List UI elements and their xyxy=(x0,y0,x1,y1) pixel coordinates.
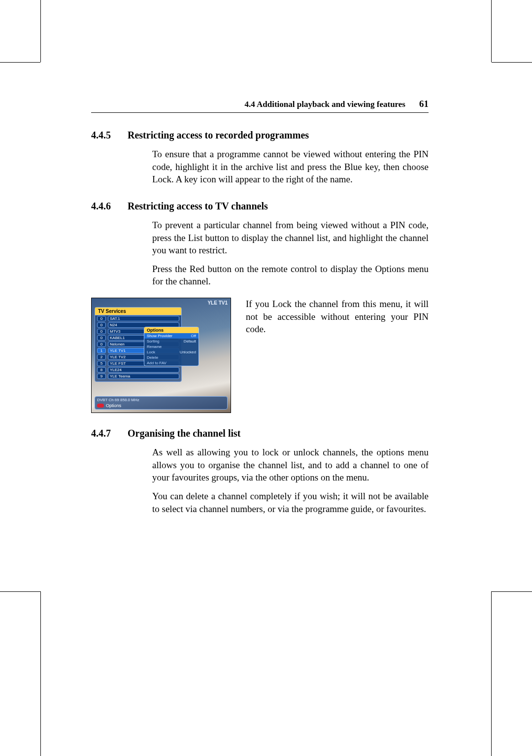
option-label: Rename xyxy=(147,344,162,349)
channel-number: 2 xyxy=(97,354,106,360)
option-row: SortingDefault xyxy=(144,339,199,344)
paragraph: Press the Red button on the remote contr… xyxy=(152,263,429,288)
option-row: LockUnlocked xyxy=(144,349,199,355)
option-label: Delete xyxy=(147,355,158,360)
channel-number: 0 xyxy=(97,316,106,321)
channel-number: 1 xyxy=(97,348,106,353)
section-body-446: To prevent a particular channel from bei… xyxy=(152,219,429,288)
channel-number: 5 xyxy=(97,361,106,366)
option-label: Add to FAV xyxy=(147,361,166,365)
crop-mark xyxy=(491,591,492,756)
page-number: 61 xyxy=(419,99,429,109)
channel-number: 0 xyxy=(97,342,106,347)
option-row: Delete xyxy=(144,355,199,360)
channel-name: YLE Teema xyxy=(108,374,179,379)
option-value: Unlocked xyxy=(180,350,196,354)
section-body-445: To ensure that a programme cannot be vie… xyxy=(152,148,429,186)
channel-list-title: TV Services xyxy=(95,308,181,315)
channel-row: 8YLE24 xyxy=(95,367,181,373)
channel-row: 0SAT.1 xyxy=(95,315,181,322)
paragraph: You can delete a channel completely if y… xyxy=(152,490,429,515)
crop-mark xyxy=(40,591,41,756)
section-body-447: As well as allowing you to lock or unloc… xyxy=(152,446,429,515)
paragraph: To ensure that a programme cannot be vie… xyxy=(152,148,429,186)
options-panel: Options Show ProviderOff SortingDefault … xyxy=(144,327,199,366)
footer-hint: Options xyxy=(97,403,225,408)
channel-number: 0 xyxy=(97,329,106,334)
option-value: Default xyxy=(184,339,196,344)
figure-row: YLE TV1 TV Services 0SAT.1 0N24 0MTV3 0K… xyxy=(91,298,429,413)
crop-mark xyxy=(491,0,492,62)
tuner-info: DVBT Ch 69 858.0 MHz xyxy=(97,398,225,402)
section-heading-447: 4.4.7 Organising the channel list xyxy=(91,428,429,439)
figure-caption-text: If you Lock the channel from this menu, … xyxy=(246,298,429,413)
section-heading-446: 4.4.6 Restricting access to TV channels xyxy=(91,201,429,212)
options-title: Options xyxy=(144,327,199,333)
section-title: Restricting access to TV channels xyxy=(128,201,268,212)
page: 4.4 Additional playback and viewing feat… xyxy=(0,0,532,756)
channel-footer: DVBT Ch 69 858.0 MHz Options xyxy=(95,396,228,410)
crop-mark xyxy=(0,62,40,63)
red-button-icon xyxy=(97,404,104,408)
section-number: 4.4.5 xyxy=(91,130,118,141)
broadcast-logo: YLE TV1 xyxy=(207,300,228,306)
option-row: Rename xyxy=(144,344,199,349)
channel-name: YLE24 xyxy=(108,367,179,373)
footer-hint-label: Options xyxy=(106,403,121,408)
content-area: 4.4 Additional playback and viewing feat… xyxy=(91,99,429,515)
channel-name: SAT.1 xyxy=(108,316,179,321)
section-title: Restricting access to recorded programme… xyxy=(128,130,309,141)
option-row: Show ProviderOff xyxy=(144,333,199,339)
option-label: Lock xyxy=(147,350,155,354)
header-section-title: 4.4 Additional playback and viewing feat… xyxy=(244,100,405,109)
crop-mark xyxy=(492,62,532,63)
tv-screenshot: YLE TV1 TV Services 0SAT.1 0N24 0MTV3 0K… xyxy=(91,298,231,413)
section-title: Organising the channel list xyxy=(128,428,240,439)
section-heading-445: 4.4.5 Restricting access to recorded pro… xyxy=(91,130,429,141)
channel-number: 0 xyxy=(97,335,106,341)
paragraph: As well as allowing you to lock or unloc… xyxy=(152,446,429,484)
option-label: Sorting xyxy=(147,339,159,344)
option-label: Show Provider xyxy=(147,334,172,338)
channel-number: 8 xyxy=(97,367,106,373)
running-header: 4.4 Additional playback and viewing feat… xyxy=(91,99,429,113)
paragraph: To prevent a particular channel from bei… xyxy=(152,219,429,257)
section-number: 4.4.6 xyxy=(91,201,118,212)
option-row: Add to FAV xyxy=(144,360,199,366)
channel-row: 9YLE Teema xyxy=(95,373,181,379)
crop-mark xyxy=(492,591,532,592)
crop-mark xyxy=(0,591,40,592)
crop-mark xyxy=(40,0,41,62)
option-value: Off xyxy=(191,334,196,338)
channel-number: 0 xyxy=(97,322,106,328)
channel-number: 9 xyxy=(97,374,106,379)
section-number: 4.4.7 xyxy=(91,428,118,439)
